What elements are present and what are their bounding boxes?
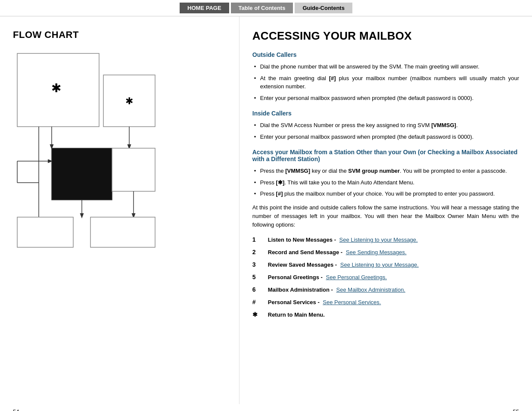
vmmsg-bold-1: [VMMSG] [431,122,456,128]
svg-rect-11 [52,148,112,200]
right-column: ACCESSING YOUR MAILBOX Outside Callers D… [240,16,532,404]
menu-num-star: ✱ [252,310,268,319]
menu-num-1: 1 [252,235,268,244]
top-nav: HOME PAGE Table of Contents Guide-Conten… [0,0,532,16]
vmmsg-bold-2: [VMMSG] [285,168,310,174]
left-column: FLOW CHART ✱ ✱ [0,16,240,404]
guide-contents-button[interactable]: Guide-Contents [295,3,352,13]
menu-num-6: 6 [252,285,268,294]
menu-option-1: 1 Listen to New Messages - See Listening… [252,235,519,244]
inside-bullet-1: Dial the SVM Access Number or press the … [252,121,519,130]
menu-label-hash: Personal Services - [268,299,321,305]
star-bold: [✱] [276,179,285,186]
menu-option-3: 3 Review Saved Messages - See Listening … [252,260,519,269]
svg-rect-15 [17,217,73,247]
page-title: ACCESSING YOUR MAILBOX [252,29,519,43]
outside-callers-header: Outside Callers [252,51,519,58]
hash-bold-2: [#] [276,190,283,197]
table-of-contents-button[interactable]: Table of Contents [231,3,293,13]
menu-link-3[interactable]: See Listening to your Message. [340,262,419,268]
flow-chart-title: FLOW CHART [13,29,226,40]
menu-label-star: Return to Main Menu. [268,311,325,318]
menu-label-5: Personal Greetings - [268,274,324,280]
instructions-paragraph: At this point the inside and outside cal… [252,203,519,229]
outside-bullet-3: Enter your personal mailbox password whe… [252,94,519,103]
inside-callers-list: Dial the SVM Access Number or press the … [252,121,519,141]
menu-link-2[interactable]: See Sending Messages. [346,249,407,255]
page-numbers: 54 55 [0,404,532,411]
menu-options-list: 1 Listen to New Messages - See Listening… [252,235,519,319]
svg-text:✱: ✱ [51,81,61,95]
access-bullet-2: Press [✱]. This will take you to the Mai… [252,178,519,187]
svg-text:✱: ✱ [125,96,133,106]
page-number-left: 54 [13,408,19,411]
menu-label-1: Listen to New Messages - [268,237,338,243]
menu-link-1[interactable]: See Listening to your Message. [339,237,418,243]
menu-num-2: 2 [252,248,268,257]
menu-link-6[interactable]: See Mailbox Administration. [336,286,405,293]
menu-option-2: 2 Record and Send Message - See Sending … [252,248,519,257]
menu-num-5: 5 [252,273,268,282]
menu-link-hash[interactable]: See Personal Services. [323,299,381,305]
menu-label-6: Mailbox Administration - [268,286,335,293]
menu-option-6: 6 Mailbox Administration - See Mailbox A… [252,285,519,294]
hash-bold: [#] [329,75,336,81]
menu-num-3: 3 [252,260,268,269]
menu-option-star: ✱ Return to Main Menu. [252,310,519,319]
menu-num-hash: # [252,298,268,307]
menu-link-5[interactable]: See Personal Greetings. [326,274,387,280]
menu-option-hash: # Personal Services - See Personal Servi… [252,298,519,307]
inside-callers-header: Inside Callers [252,110,519,117]
flow-diagram: ✱ ✱ [13,49,159,256]
access-bullet-1: Press the [VMMSG] key or dial the SVM gr… [252,167,519,175]
menu-label-3: Review Saved Messages - [268,262,339,268]
outside-callers-list: Dial the phone number that will be answe… [252,62,519,102]
access-other-list: Press the [VMMSG] key or dial the SVM gr… [252,167,519,198]
svm-group-bold: SVM group number [348,168,400,174]
flow-chart-svg: ✱ ✱ [13,49,159,256]
svg-rect-12 [112,148,155,191]
home-page-button[interactable]: HOME PAGE [180,3,229,13]
page-number-right: 55 [513,408,519,411]
main-layout: FLOW CHART ✱ ✱ [0,16,532,404]
inside-bullet-2: Enter your personal mailbox password whe… [252,133,519,141]
menu-option-5: 5 Personal Greetings - See Personal Gree… [252,273,519,282]
outside-bullet-1: Dial the phone number that will be answe… [252,62,519,71]
menu-label-2: Record and Send Message - [268,249,344,255]
svg-rect-16 [90,217,155,247]
access-bullet-3: Press [#] plus the mailbox number of you… [252,190,519,198]
outside-bullet-2: At the main greeting dial [#] plus your … [252,74,519,91]
access-other-header: Access your Mailbox from a Station Other… [252,149,519,162]
